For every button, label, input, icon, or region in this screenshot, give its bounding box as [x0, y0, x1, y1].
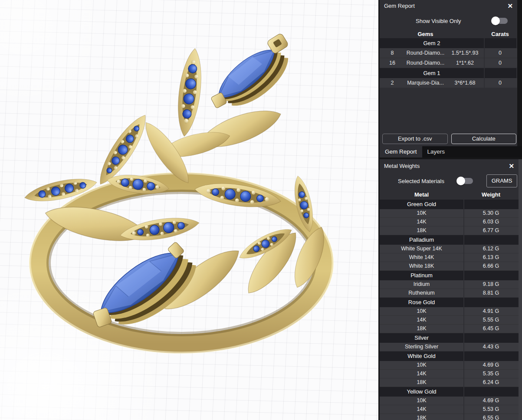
scrollbar-track[interactable]	[519, 159, 522, 420]
metal-weights-titlebar: Metal Weights ✕	[380, 159, 519, 172]
metal-table-header: Metal Weight	[380, 190, 519, 200]
gem-row[interactable]: 2 Marquise-Dia... 3*6*1.68 0	[380, 78, 517, 88]
metal-group-header: White Gold	[380, 351, 519, 361]
selected-materials-toggle[interactable]	[457, 178, 473, 184]
gem-row[interactable]: 8 Round-Diamo... 1.5*1.5*.93 0	[380, 48, 517, 58]
close-icon[interactable]: ✕	[509, 163, 514, 169]
metal-group-header: Palladium	[380, 235, 519, 245]
panel-tabs: Gem Report Layers	[380, 146, 522, 158]
metal-row: White 18K6.66 G	[380, 262, 519, 271]
metal-row: 14K5.35 G	[380, 370, 519, 378]
metal-table: Green Gold 10K5.30 G 14K6.03 G 18K6.77 G…	[380, 200, 519, 420]
gem-report-titlebar: Gem Report ✕	[380, 0, 517, 12]
metal-column-header: Metal	[380, 191, 463, 198]
side-panel-area: Gem Report ✕ Show Visible Only Gems Cara…	[378, 0, 522, 420]
metal-weights-title: Metal Weights	[384, 163, 420, 169]
metal-row: 10K4.69 G	[380, 361, 519, 370]
metal-row: Ruthenium8.81 G	[380, 289, 519, 298]
show-visible-only-toggle[interactable]	[492, 18, 508, 24]
grams-button[interactable]: GRAMS	[486, 174, 517, 187]
metal-row: 14K5.53 G	[380, 405, 519, 414]
gem-report-buttons: Export to .csv Calculate	[380, 134, 517, 144]
metal-row: 18K6.55 G	[380, 414, 519, 420]
gems-column-header: Gems	[405, 31, 446, 37]
tab-layers[interactable]: Layers	[422, 146, 450, 158]
metal-row: White Super 14K6.12 G	[380, 245, 519, 253]
gem-group-header: Gem 1	[380, 68, 517, 78]
metal-group-header: Green Gold	[380, 200, 519, 209]
ring-model	[0, 0, 378, 420]
selected-materials-label: Selected Materials	[398, 178, 444, 184]
column-divider	[463, 200, 464, 420]
metal-row: Sterling Silver4.43 G	[380, 343, 519, 351]
tab-gem-report[interactable]: Gem Report	[380, 146, 422, 158]
toggle-knob	[491, 16, 500, 25]
metal-row: 18K6.24 G	[380, 378, 519, 387]
metal-group-header: Platinum	[380, 271, 519, 280]
jewelry-cad-app: Gem Report ✕ Show Visible Only Gems Cara…	[0, 0, 522, 420]
gem-table: Gem 2 8 Round-Diamo... 1.5*1.5*.93 0 16 …	[380, 38, 517, 88]
metal-group-header: Silver	[380, 333, 519, 343]
column-divider	[484, 38, 485, 88]
metal-row: 10K5.30 G	[380, 209, 519, 218]
gem-report-title: Gem Report	[384, 3, 415, 9]
viewport-3d[interactable]	[0, 0, 378, 420]
show-visible-only-row: Show Visible Only	[380, 12, 517, 30]
metal-row: 18K6.45 G	[380, 325, 519, 333]
metal-row: 10K4.69 G	[380, 397, 519, 405]
export-csv-button[interactable]: Export to .csv	[382, 134, 448, 144]
metal-row: 10K4.91 G	[380, 307, 519, 316]
metal-group-header: Yellow Gold	[380, 387, 519, 397]
metal-row: Iridium9.18 G	[380, 280, 519, 289]
metal-row: 14K5.55 G	[380, 316, 519, 325]
show-visible-only-label: Show Visible Only	[416, 18, 461, 24]
gem-table-header: Gems Carats	[380, 30, 517, 38]
gem-row[interactable]: 16 Round-Diamo... 1*1*.62 0	[380, 58, 517, 68]
calculate-button[interactable]: Calculate	[451, 134, 517, 144]
gem-report-panel: Gem Report ✕ Show Visible Only Gems Cara…	[380, 0, 517, 146]
metal-row: 18K6.77 G	[380, 226, 519, 235]
selected-materials-row: Selected Materials GRAMS	[380, 172, 519, 190]
toggle-knob	[456, 177, 465, 185]
carats-column-header: Carats	[484, 31, 516, 37]
close-icon[interactable]: ✕	[507, 3, 513, 9]
metal-row: White 14K6.13 G	[380, 253, 519, 262]
gem-group-header: Gem 2	[380, 38, 517, 48]
metal-group-header: Rose Gold	[380, 298, 519, 307]
metal-row: 14K6.03 G	[380, 218, 519, 226]
metal-weights-panel: Metal Weights ✕ Selected Materials GRAMS…	[380, 159, 519, 420]
weight-column-header: Weight	[463, 191, 519, 198]
